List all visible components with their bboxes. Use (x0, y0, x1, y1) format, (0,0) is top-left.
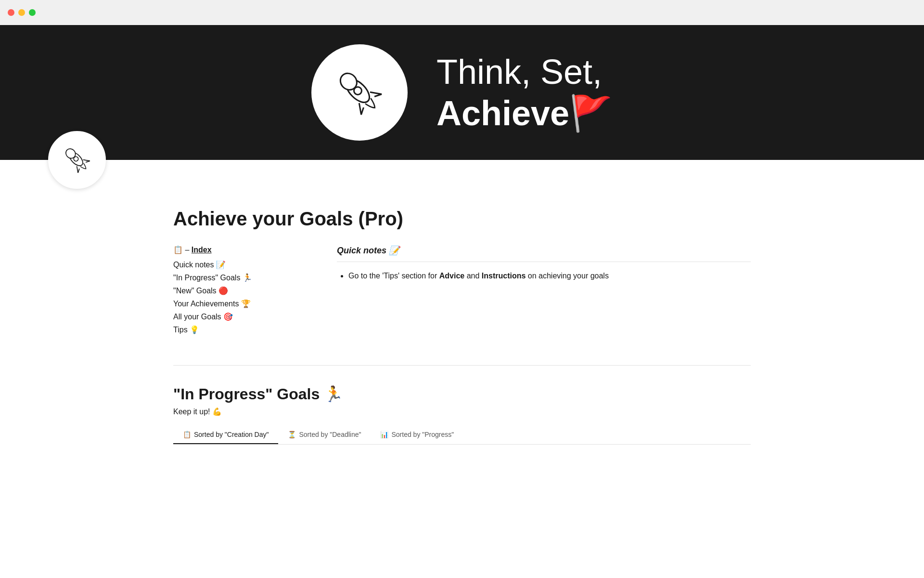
sort-deadline-icon: ⏳ (288, 431, 296, 438)
in-progress-heading: "In Progress" Goals 🏃 (173, 385, 751, 403)
quick-notes-divider (337, 262, 751, 262)
quick-notes-panel: Quick notes 📝 Go to the 'Tips' section f… (337, 245, 751, 336)
maximize-button[interactable] (29, 9, 36, 16)
nav-item-new-goals[interactable]: "New" Goals 🔴 (173, 284, 318, 297)
in-progress-section: "In Progress" Goals 🏃 Keep it up! 💪 📋 So… (173, 385, 751, 445)
page-avatar (48, 131, 106, 189)
nav-links-container: 📋 – Index Quick notes 📝 "In Progress" Go… (173, 245, 318, 336)
in-progress-subtitle: Keep it up! 💪 (173, 407, 751, 416)
hero-rocket-icon (311, 44, 408, 141)
section-divider-1 (173, 365, 751, 366)
hero-title: Think, Set, Achieve🚩 (436, 51, 613, 134)
nav-item-all-goals[interactable]: All your Goals 🎯 (173, 310, 318, 323)
sort-progress-label: Sorted by "Progress" (391, 431, 454, 438)
main-content: Achieve your Goals (Pro) 📋 – Index Quick… (125, 208, 799, 445)
hero-title-line1: Think, Set, (436, 51, 613, 92)
minimize-button[interactable] (18, 9, 25, 16)
nav-item-tips[interactable]: Tips 💡 (173, 323, 318, 336)
nav-item-quick-notes[interactable]: Quick notes 📝 (173, 258, 318, 271)
nav-links: Quick notes 📝 "In Progress" Goals 🏃 "New… (173, 258, 318, 336)
titlebar (0, 0, 924, 25)
sort-progress-icon: 📊 (380, 431, 388, 438)
nav-item-in-progress[interactable]: "In Progress" Goals 🏃 (173, 271, 318, 284)
hero-banner: Think, Set, Achieve🚩 (0, 25, 924, 160)
nav-index-header: 📋 – Index (173, 245, 318, 254)
sort-deadline-label: Sorted by "Deadline" (299, 431, 361, 438)
close-button[interactable] (8, 9, 14, 16)
sort-tabs: 📋 Sorted by "Creation Day" ⏳ Sorted by "… (173, 426, 751, 445)
hero-content: Think, Set, Achieve🚩 (311, 44, 613, 141)
sort-tab-creation[interactable]: 📋 Sorted by "Creation Day" (173, 426, 278, 444)
quick-notes-item: Go to the 'Tips' section for Advice and … (348, 270, 751, 282)
quick-notes-list: Go to the 'Tips' section for Advice and … (337, 270, 751, 282)
page-title: Achieve your Goals (Pro) (173, 208, 751, 230)
sort-tab-deadline[interactable]: ⏳ Sorted by "Deadline" (278, 426, 371, 444)
sort-tab-progress[interactable]: 📊 Sorted by "Progress" (371, 426, 463, 444)
quick-notes-title: Quick notes 📝 (337, 245, 751, 256)
sort-creation-icon: 📋 (183, 431, 191, 438)
sort-creation-label: Sorted by "Creation Day" (194, 431, 269, 438)
nav-item-achievements[interactable]: Your Achievements 🏆 (173, 297, 318, 310)
index-section: 📋 – Index Quick notes 📝 "In Progress" Go… (173, 245, 751, 336)
index-link[interactable]: Index (192, 246, 212, 254)
hero-title-line2: Achieve🚩 (436, 92, 613, 134)
